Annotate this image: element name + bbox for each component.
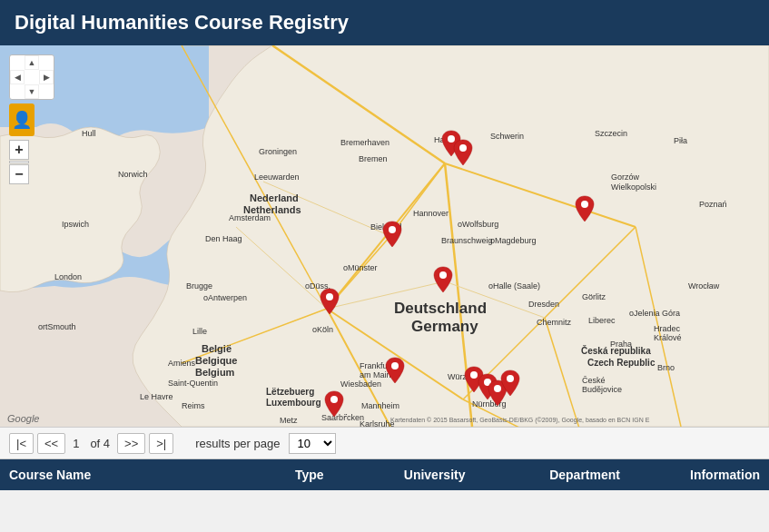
svg-text:Králové: Králové xyxy=(654,333,682,342)
pan-top-left xyxy=(10,55,25,70)
svg-point-98 xyxy=(330,396,338,403)
street-view-button[interactable]: 👤 xyxy=(9,103,35,136)
svg-text:Ipswich: Ipswich xyxy=(62,220,89,229)
pan-bottom-right xyxy=(39,84,54,99)
svg-text:oMagdeburg: oMagdeburg xyxy=(490,236,537,245)
svg-text:oHalle (Saale): oHalle (Saale) xyxy=(488,281,540,291)
svg-point-96 xyxy=(439,271,447,279)
page-of-label: of 4 xyxy=(90,437,110,450)
svg-point-99 xyxy=(391,362,399,369)
results-per-page-label: results per page xyxy=(195,437,280,450)
map-svg: Nederland Netherlands België Belgique Be… xyxy=(0,45,769,427)
svg-text:Piła: Piła xyxy=(674,136,687,145)
table-header: Course Name Type University Department I… xyxy=(0,459,769,490)
svg-text:Praha: Praha xyxy=(610,340,632,349)
svg-text:Dresden: Dresden xyxy=(528,300,559,309)
svg-text:Le Havre: Le Havre xyxy=(140,392,173,401)
svg-text:Germany: Germany xyxy=(411,318,478,335)
pan-left-button[interactable]: ◀ xyxy=(10,70,25,84)
zoom-out-button[interactable]: − xyxy=(9,164,29,184)
svg-text:Brno: Brno xyxy=(657,363,675,372)
svg-text:Bremen: Bremen xyxy=(359,154,388,163)
svg-text:Szczecin: Szczecin xyxy=(595,129,627,138)
svg-text:Belgium: Belgium xyxy=(195,367,235,378)
pan-down-button[interactable]: ▼ xyxy=(25,84,39,99)
pan-up-button[interactable]: ▲ xyxy=(25,55,39,70)
svg-text:Metz: Metz xyxy=(280,416,298,425)
column-header-university: University xyxy=(360,468,509,482)
zoom-controls: + − xyxy=(9,140,54,184)
svg-text:Reims: Reims xyxy=(182,401,205,410)
svg-text:Brugge: Brugge xyxy=(186,281,212,291)
svg-text:Norwich: Norwich xyxy=(118,170,148,179)
page-title: Digital Humanities Course Registry xyxy=(15,11,349,34)
pan-control[interactable]: ▲ ◀ ▶ ▼ xyxy=(9,54,54,100)
prev-page-button[interactable]: << xyxy=(37,433,65,454)
svg-text:České: České xyxy=(582,376,606,385)
svg-text:België: België xyxy=(202,343,232,354)
svg-text:oMünster: oMünster xyxy=(343,263,378,272)
svg-text:Hannover: Hannover xyxy=(413,209,449,218)
svg-point-93 xyxy=(459,144,467,152)
pagination-bar: |< << 1 of 4 >> >| results per page 10 2… xyxy=(0,427,769,459)
svg-point-97 xyxy=(326,293,333,300)
page-current: 1 xyxy=(73,437,79,450)
svg-text:oKöln: oKöln xyxy=(312,325,333,334)
svg-text:Karlsruhe: Karlsruhe xyxy=(360,419,395,427)
svg-text:Czech Republic: Czech Republic xyxy=(587,358,656,368)
svg-text:am Main: am Main xyxy=(360,370,391,379)
column-header-department: Department xyxy=(509,468,659,482)
svg-text:Belgique: Belgique xyxy=(195,355,237,366)
svg-text:oAntwerpen: oAntwerpen xyxy=(203,293,247,302)
pan-top-right xyxy=(39,55,54,70)
svg-point-103 xyxy=(507,375,514,382)
first-page-button[interactable]: |< xyxy=(9,433,34,454)
column-header-information: Information xyxy=(660,468,760,482)
svg-text:Görlitz: Görlitz xyxy=(582,292,606,301)
svg-text:Chemnitz: Chemnitz xyxy=(537,318,572,327)
svg-text:Kartendaten © 2015 Basarsoft, : Kartendaten © 2015 Basarsoft, GeoBasis-D… xyxy=(390,417,650,424)
svg-text:ortSmouth: ortSmouth xyxy=(38,322,76,331)
svg-text:Liberec: Liberec xyxy=(588,316,616,325)
svg-text:Braunschweig: Braunschweig xyxy=(441,236,493,245)
column-header-course-name: Course Name xyxy=(9,468,260,482)
svg-text:Lille: Lille xyxy=(192,327,207,336)
svg-text:Bremerhaven: Bremerhaven xyxy=(340,138,389,147)
svg-text:Schwerin: Schwerin xyxy=(490,132,524,141)
svg-text:Mannheim: Mannheim xyxy=(361,401,399,410)
svg-text:Lëtzebuerg: Lëtzebuerg xyxy=(266,387,314,397)
svg-text:Saint-Quentin: Saint-Quentin xyxy=(168,379,218,388)
svg-text:Wrocław: Wrocław xyxy=(688,281,720,291)
svg-point-100 xyxy=(470,371,478,379)
svg-text:Wielkopolski: Wielkopolski xyxy=(611,182,656,192)
svg-text:Deutschland: Deutschland xyxy=(394,300,487,317)
svg-text:Amiens: Amiens xyxy=(168,359,196,368)
zoom-in-button[interactable]: + xyxy=(9,140,29,160)
svg-text:London: London xyxy=(54,272,82,281)
svg-text:Budějovice: Budějovice xyxy=(582,385,622,394)
results-per-page-select[interactable]: 10 25 50 100 xyxy=(289,433,336,454)
next-page-button[interactable]: >> xyxy=(117,433,145,454)
svg-text:oJelenia Góra: oJelenia Góra xyxy=(629,309,680,318)
svg-text:Groningen: Groningen xyxy=(259,147,297,156)
svg-text:Poznań: Poznań xyxy=(699,200,727,209)
svg-text:Saarbr̈cken: Saarbr̈cken xyxy=(321,413,364,422)
svg-point-92 xyxy=(448,135,455,143)
svg-text:Wiesbaden: Wiesbaden xyxy=(340,379,381,389)
svg-text:Nederland: Nederland xyxy=(250,192,299,203)
last-page-button[interactable]: >| xyxy=(149,433,173,454)
svg-text:Gorzów: Gorzów xyxy=(611,172,640,182)
pan-right-button[interactable]: ▶ xyxy=(39,70,54,84)
svg-text:Amsterdam: Amsterdam xyxy=(229,213,271,222)
svg-text:Luxembourg: Luxembourg xyxy=(266,398,321,408)
page-header: Digital Humanities Course Registry xyxy=(0,0,769,45)
svg-text:Leeuwarden: Leeuwarden xyxy=(254,172,300,182)
svg-text:Hull: Hull xyxy=(82,129,96,138)
svg-point-102 xyxy=(494,385,501,392)
svg-point-94 xyxy=(389,226,396,233)
map-container[interactable]: Nederland Netherlands België Belgique Be… xyxy=(0,45,769,427)
pan-bottom-left xyxy=(10,84,25,99)
zoom-slider-track xyxy=(9,161,29,163)
svg-text:Google: Google xyxy=(7,413,39,424)
svg-text:oWolfsburg: oWolfsburg xyxy=(458,220,498,229)
